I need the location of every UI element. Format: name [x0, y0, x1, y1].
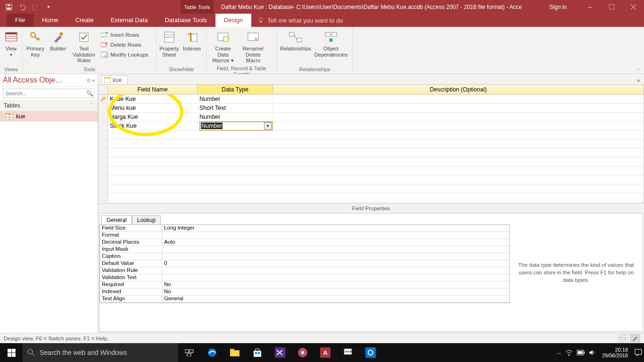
table-row[interactable]	[99, 148, 644, 157]
table-row[interactable]: Stock KueNumber▼	[99, 122, 644, 131]
property-row[interactable]: Validation Text	[100, 274, 509, 281]
tab-external-data[interactable]: External Data	[102, 14, 157, 27]
group-tools: Tools	[25, 66, 154, 74]
taskbar-app-paint[interactable]	[337, 343, 359, 362]
insert-rows-button[interactable]: +Insert Rows	[99, 31, 150, 39]
primary-key-button[interactable]: Primary Key	[25, 29, 46, 58]
qat-customize-icon[interactable]: ▼	[42, 1, 55, 13]
property-row[interactable]: IndexedNo	[100, 288, 509, 296]
context-tab-label: Table Tools	[181, 0, 214, 14]
property-row[interactable]: Format	[100, 232, 509, 239]
table-row[interactable]	[99, 131, 644, 140]
view-design-icon[interactable]	[630, 334, 640, 343]
wifi-icon[interactable]	[565, 349, 573, 356]
table-icon	[104, 77, 111, 83]
nav-collapse-icon[interactable]: «	[92, 78, 95, 83]
delete-rows-button[interactable]: ×Delete Rows	[99, 41, 150, 49]
indexes-button[interactable]: Indexes	[181, 29, 203, 53]
tray-clock[interactable]: 20.1829/06/2018	[599, 347, 631, 358]
collapse-ribbon-icon[interactable]: ︿	[636, 66, 641, 72]
object-dependencies-button[interactable]: Object Dependencies	[313, 29, 349, 58]
taskbar-app-chrome[interactable]	[291, 343, 314, 362]
table-row[interactable]	[99, 184, 644, 193]
view-datasheet-icon[interactable]	[618, 334, 628, 343]
rename-delete-macro-button[interactable]: Rename/ Delete Macro	[239, 29, 268, 65]
start-button[interactable]	[0, 343, 23, 362]
svg-rect-25	[248, 33, 258, 41]
props-tab-lookup[interactable]: Lookup	[132, 215, 161, 224]
svg-text:+: +	[106, 32, 108, 35]
svg-rect-52	[254, 351, 261, 357]
col-field-name[interactable]: Field Name	[108, 85, 198, 94]
relationships-button[interactable]: Relationships	[279, 29, 312, 53]
svg-rect-71	[635, 349, 642, 354]
nav-title[interactable]: All Access Obje…	[3, 76, 63, 84]
nav-dropdown-icon[interactable]: ⊙	[87, 78, 91, 83]
modify-lookups-button[interactable]: Modify Lookups	[99, 50, 150, 59]
tell-me-search[interactable]: Tell me what you want to do	[251, 14, 348, 27]
nav-search-input[interactable]	[3, 90, 85, 96]
taskbar-app-explorer[interactable]	[223, 343, 246, 362]
taskbar-search[interactable]: Search the web and Windows	[23, 343, 178, 362]
props-tab-general[interactable]: General	[101, 215, 132, 224]
property-row[interactable]: Default Value0	[100, 260, 509, 267]
builder-button[interactable]: Builder	[47, 29, 69, 53]
svg-rect-36	[104, 77, 111, 79]
taskbar-app-settings[interactable]	[359, 343, 382, 362]
property-sheet-button[interactable]: Property Sheet	[158, 29, 180, 58]
close-button[interactable]	[622, 0, 644, 14]
property-grid[interactable]: Field SizeLong IntegerFormatDecimal Plac…	[99, 224, 510, 303]
document-tab-kue[interactable]: kue	[101, 75, 128, 84]
maximize-button[interactable]	[601, 0, 622, 14]
battery-icon[interactable]	[577, 350, 585, 355]
taskbar-app-store[interactable]	[246, 343, 269, 362]
sign-in-link[interactable]: Sign in	[549, 4, 567, 10]
table-row[interactable]	[99, 140, 644, 148]
navigation-pane: All Access Obje… ⊙ « 🔍 Tables⌃ kue	[0, 74, 98, 333]
svg-rect-29	[332, 33, 337, 36]
table-row[interactable]	[99, 157, 644, 166]
tray-chevron-icon[interactable]: ︿	[556, 349, 561, 356]
action-center-icon[interactable]	[635, 349, 642, 356]
col-data-type[interactable]: Data Type	[198, 85, 273, 94]
close-tab-icon[interactable]: ×	[636, 77, 640, 84]
create-data-macros-button[interactable]: Create Data Macros ▾	[208, 29, 238, 65]
property-row[interactable]: Caption	[100, 253, 509, 260]
table-row[interactable]: Harga KueNumber	[99, 113, 644, 122]
col-description[interactable]: Description (Optional)	[273, 85, 644, 94]
table-row[interactable]	[99, 166, 644, 175]
property-row[interactable]: Text AlignGeneral	[100, 296, 509, 303]
undo-icon[interactable]	[16, 1, 28, 13]
property-row[interactable]: Validation Rule	[100, 267, 509, 274]
table-row[interactable]: Menu kueShort Text	[99, 104, 644, 113]
property-row[interactable]: Field SizeLong Integer	[100, 225, 509, 232]
table-row[interactable]: 🔑Kode KueNumber	[99, 95, 644, 104]
taskbar-app-access[interactable]: A	[314, 343, 337, 362]
task-view-icon[interactable]	[178, 343, 201, 362]
volume-icon[interactable]	[589, 349, 595, 356]
taskbar: Search the web and Windows A ︿ 20.1829/0…	[0, 343, 644, 362]
table-row[interactable]	[99, 193, 644, 202]
save-icon[interactable]	[3, 1, 15, 13]
nav-group-tables[interactable]: Tables⌃	[0, 100, 98, 111]
taskbar-app-edge[interactable]	[201, 343, 223, 362]
test-validation-button[interactable]: Test Validation Rules	[70, 29, 98, 65]
tab-design[interactable]: Design	[215, 14, 251, 27]
search-icon[interactable]: 🔍	[85, 90, 94, 97]
tab-create[interactable]: Create	[67, 14, 102, 27]
table-row[interactable]	[99, 175, 644, 184]
svg-point-64	[350, 351, 352, 353]
nav-item-kue[interactable]: kue	[0, 111, 98, 122]
tab-database-tools[interactable]: Database Tools	[156, 14, 215, 27]
design-grid-rows[interactable]: 🔑Kode KueNumberMenu kueShort TextHarga K…	[98, 95, 644, 203]
nav-search[interactable]: 🔍	[3, 89, 95, 98]
view-button[interactable]: View▼	[2, 29, 20, 58]
data-type-dropdown-icon[interactable]: ▼	[264, 122, 272, 130]
tab-home[interactable]: Home	[33, 14, 67, 27]
property-row[interactable]: Decimal PlacesAuto	[100, 239, 509, 246]
tab-file[interactable]: File	[7, 14, 33, 27]
minimize-button[interactable]: ─	[579, 0, 601, 14]
property-row[interactable]: RequiredNo	[100, 281, 509, 288]
taskbar-app-vs[interactable]	[269, 343, 291, 362]
property-row[interactable]: Input Mask	[100, 246, 509, 253]
